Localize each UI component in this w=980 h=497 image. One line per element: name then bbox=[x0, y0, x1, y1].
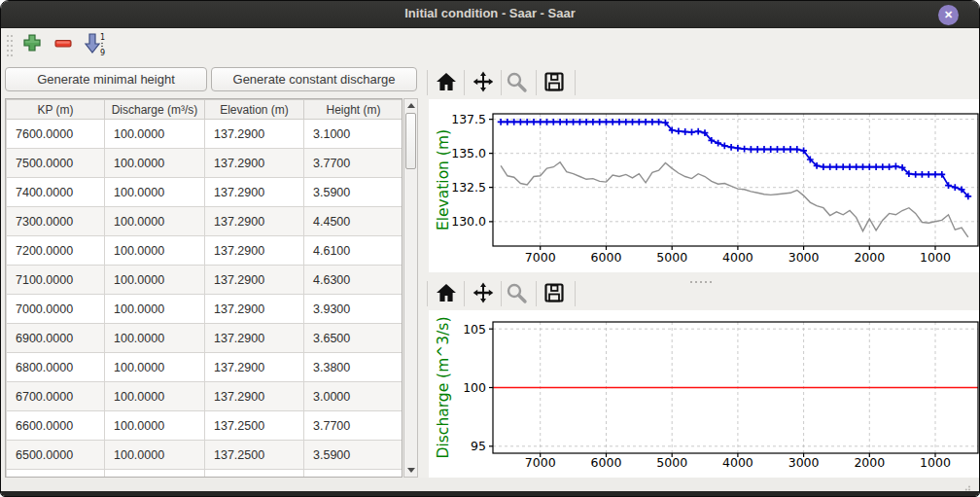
y-axis-label: Elevation (m) bbox=[435, 129, 452, 231]
table-cell[interactable]: 6900.0000 bbox=[7, 324, 105, 353]
svg-text:9: 9 bbox=[100, 49, 105, 57]
table-cell[interactable]: 3.1000 bbox=[304, 120, 403, 149]
remove-row-button[interactable] bbox=[51, 32, 76, 59]
table-cell[interactable]: 137.2900 bbox=[205, 266, 304, 295]
table-cell[interactable]: 100.0000 bbox=[105, 411, 205, 441]
table-cell[interactable]: 6700.0000 bbox=[7, 382, 105, 411]
table-cell[interactable]: 100.0000 bbox=[105, 324, 205, 353]
table-row: 7200.0000100.0000137.29004.6100 bbox=[7, 236, 403, 266]
x-tick-label: 5000 bbox=[656, 455, 687, 470]
generate-minimal-height-button[interactable]: Generate minimal height bbox=[5, 67, 207, 91]
table-scrollbar[interactable] bbox=[403, 98, 418, 478]
elevation-chart[interactable]: 7000600050004000300020001000137.5135.013… bbox=[429, 99, 979, 272]
table-cell[interactable]: 7400.0000 bbox=[7, 178, 105, 207]
home-button[interactable] bbox=[434, 281, 459, 306]
column-header[interactable]: Height (m) bbox=[304, 100, 403, 120]
table-cell[interactable]: 3.5900 bbox=[304, 178, 403, 207]
table-cell[interactable]: 7100.0000 bbox=[7, 266, 105, 295]
table-cell[interactable]: 3.0000 bbox=[304, 382, 403, 411]
initial-condition-table: KP (m)Discharge (m³/s)Elevation (m)Heigh… bbox=[5, 98, 402, 478]
table-cell[interactable]: 3.7700 bbox=[304, 411, 403, 441]
x-tick-label: 3000 bbox=[788, 250, 820, 265]
titlebar[interactable]: Initial condition - Saar - Saar ✕ bbox=[1, 1, 979, 28]
table-cell[interactable]: 137.2900 bbox=[205, 295, 304, 324]
table-cell[interactable]: 4.6300 bbox=[304, 266, 403, 295]
x-tick-label: 4000 bbox=[722, 455, 753, 470]
table-cell[interactable]: 6600.0000 bbox=[7, 411, 105, 441]
table-cell[interactable] bbox=[205, 470, 304, 479]
table-cell[interactable]: 7000.0000 bbox=[7, 295, 105, 324]
table-cell[interactable]: 137.2900 bbox=[205, 382, 304, 411]
save-button[interactable] bbox=[542, 70, 568, 95]
pan-button[interactable] bbox=[471, 281, 496, 306]
pan-button[interactable] bbox=[471, 70, 496, 95]
table-cell[interactable]: 100.0000 bbox=[105, 207, 205, 236]
table-cell[interactable]: 3.6500 bbox=[304, 324, 403, 353]
table-cell[interactable]: 7200.0000 bbox=[7, 236, 105, 266]
table-cell[interactable]: 100.0000 bbox=[105, 382, 205, 411]
y-tick-label: 132.5 bbox=[451, 180, 486, 195]
table-cell[interactable]: 137.2900 bbox=[205, 178, 304, 207]
generate-constant-discharge-button[interactable]: Generate constant discharge bbox=[211, 67, 417, 91]
table-cell[interactable]: 137.2900 bbox=[205, 149, 304, 178]
table-cell[interactable]: 3.9300 bbox=[304, 295, 403, 324]
close-button[interactable]: ✕ bbox=[938, 5, 959, 25]
table-row: 6600.0000100.0000137.25003.7700 bbox=[7, 411, 403, 441]
table-cell[interactable]: 100.0000 bbox=[105, 178, 205, 207]
table-cell[interactable]: 137.2900 bbox=[205, 324, 304, 353]
add-icon bbox=[21, 32, 43, 53]
discharge-chart-toolbar bbox=[421, 278, 980, 309]
table-cell[interactable] bbox=[304, 470, 403, 479]
table-cell[interactable]: 137.2900 bbox=[205, 353, 304, 382]
scrollbar-thumb[interactable] bbox=[405, 113, 416, 169]
table-cell[interactable]: 6800.0000 bbox=[7, 353, 105, 382]
table-cell[interactable]: 137.2900 bbox=[205, 207, 304, 236]
sort-rows-button[interactable]: 1 9 bbox=[82, 32, 107, 59]
x-tick-label: 2000 bbox=[854, 455, 885, 470]
table-cell[interactable]: 100.0000 bbox=[105, 149, 205, 178]
save-button[interactable] bbox=[542, 281, 568, 306]
x-tick-label: 6000 bbox=[591, 455, 622, 470]
table-cell[interactable]: 7600.0000 bbox=[7, 120, 105, 149]
table-cell[interactable]: 4.4500 bbox=[304, 207, 403, 236]
table-cell[interactable]: 137.2500 bbox=[205, 411, 304, 441]
svg-text:1: 1 bbox=[100, 33, 105, 42]
table-cell[interactable]: 100.0000 bbox=[105, 441, 205, 470]
home-button[interactable] bbox=[434, 70, 459, 95]
x-tick-label: 7000 bbox=[525, 250, 556, 265]
table-cell[interactable]: 100.0000 bbox=[105, 266, 205, 295]
column-header[interactable]: KP (m) bbox=[7, 100, 105, 120]
table-cell[interactable]: 3.3800 bbox=[304, 353, 403, 382]
zoom-button[interactable] bbox=[505, 70, 530, 95]
column-header[interactable]: Elevation (m) bbox=[205, 100, 304, 120]
table-cell[interactable]: 137.2900 bbox=[205, 120, 304, 149]
table-cell[interactable]: 100.0000 bbox=[105, 236, 205, 266]
column-header[interactable]: Discharge (m³/s) bbox=[105, 100, 205, 120]
table-cell[interactable]: 100.0000 bbox=[105, 353, 205, 382]
initial-condition-window: Initial condition - Saar - Saar ✕ bbox=[0, 0, 980, 497]
status-bar bbox=[1, 478, 979, 491]
toolbar-grip-icon[interactable] bbox=[6, 33, 14, 62]
zoom-button[interactable] bbox=[505, 281, 530, 306]
table-cell[interactable]: 7300.0000 bbox=[7, 207, 105, 236]
table-cell[interactable]: 137.2900 bbox=[205, 236, 304, 266]
scroll-up-button[interactable] bbox=[404, 99, 417, 112]
table-cell[interactable] bbox=[7, 470, 105, 479]
table-cell[interactable]: 100.0000 bbox=[105, 120, 205, 149]
discharge-chart[interactable]: 700060005000400030002000100010510095Disc… bbox=[429, 310, 979, 478]
table-cell[interactable]: 7500.0000 bbox=[7, 149, 105, 178]
add-row-button[interactable] bbox=[19, 32, 45, 59]
scroll-down-button[interactable] bbox=[404, 464, 417, 477]
table-cell[interactable]: 4.6100 bbox=[304, 236, 403, 266]
window-bottom-edge bbox=[1, 491, 979, 497]
table-cell[interactable]: 137.2500 bbox=[205, 441, 304, 470]
table-cell[interactable]: 3.5900 bbox=[304, 441, 403, 470]
table-cell[interactable]: 100.0000 bbox=[105, 295, 205, 324]
y-tick-label: 105 bbox=[463, 322, 486, 337]
table-cell[interactable] bbox=[105, 470, 205, 479]
table-cell[interactable]: 3.7700 bbox=[304, 149, 403, 178]
y-tick-label: 135.0 bbox=[451, 146, 486, 160]
table-row: 6500.0000100.0000137.25003.5900 bbox=[7, 441, 403, 470]
table-cell[interactable]: 6500.0000 bbox=[7, 441, 105, 470]
table-row: 7100.0000100.0000137.29004.6300 bbox=[7, 266, 403, 295]
